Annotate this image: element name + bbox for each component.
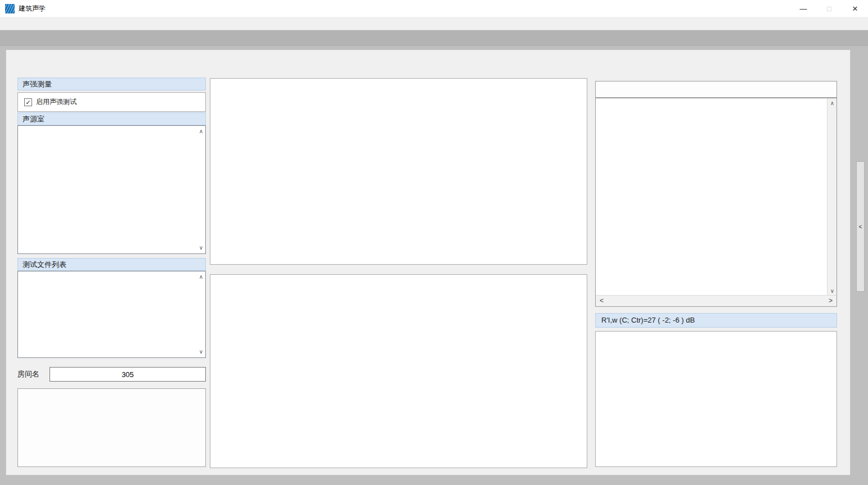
table-vertical-scrollbar[interactable]: ∧ ∨ <box>827 98 836 296</box>
test-file-list: ∧ ∨ <box>17 271 206 358</box>
intensity-section-header: 声强测量 <box>17 78 206 90</box>
rating-curve-chart <box>595 331 837 467</box>
main-content: 声强测量 启用声强测试 声源室 ∧ ∨ 测试文件列表 ∧ ∨ 房间名 <box>6 49 851 475</box>
result-view-radio-group <box>595 81 837 98</box>
app-window: 建筑声学 — □ ✕ 声强测量 启用声强测试 声源室 ∧ ∨ 测试文件列表 ∧ … <box>0 0 868 485</box>
enable-intensity-checkbox[interactable] <box>24 98 32 106</box>
test-file-list-header: 测试文件列表 <box>17 258 206 271</box>
scroll-left-icon[interactable]: < <box>600 297 604 305</box>
enable-intensity-box: 启用声强测试 <box>17 92 206 112</box>
room-name-input[interactable] <box>50 367 206 382</box>
side-panel-collapse-handle[interactable]: < <box>856 161 865 292</box>
title-bar: 建筑声学 — □ ✕ <box>0 0 868 17</box>
app-icon <box>5 4 15 13</box>
window-title: 建筑声学 <box>19 4 46 13</box>
scroll-down-icon[interactable]: ∨ <box>199 349 203 355</box>
room-name-label: 房间名 <box>17 367 48 382</box>
source-room-header: 声源室 <box>17 112 206 125</box>
menu-bar <box>0 17 868 30</box>
scroll-down-icon[interactable]: ∨ <box>830 288 834 294</box>
source-room-spectrum-chart <box>210 274 587 468</box>
scroll-right-icon[interactable]: > <box>829 297 833 305</box>
source-room-channel-list: ∧ ∨ <box>17 125 206 254</box>
intensity-spectrum-chart <box>210 78 587 265</box>
document-tabs <box>0 30 868 46</box>
maximize-button[interactable]: □ <box>816 0 842 17</box>
control-button-box <box>17 388 206 467</box>
scroll-up-icon[interactable]: ∧ <box>199 274 203 280</box>
scroll-up-icon[interactable]: ∧ <box>199 129 203 134</box>
close-button[interactable]: ✕ <box>842 0 868 17</box>
enable-intensity-label: 启用声强测试 <box>36 97 77 107</box>
scroll-down-icon[interactable]: ∨ <box>199 245 203 251</box>
results-table-container: ∧ ∨ < > <box>595 98 837 307</box>
minimize-button[interactable]: — <box>790 0 816 17</box>
scroll-up-icon[interactable]: ∧ <box>830 101 834 106</box>
table-horizontal-scrollbar[interactable]: < > <box>596 295 836 306</box>
weighted-index-result: R'I,w (C; Ctr)=27 ( -2; -6 ) dB <box>595 313 837 328</box>
